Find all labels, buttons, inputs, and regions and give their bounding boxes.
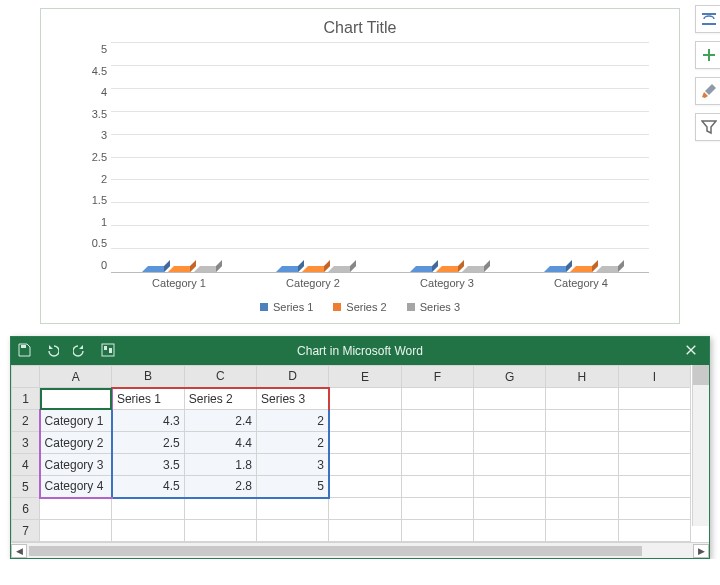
cell[interactable]: Category 2 xyxy=(40,432,112,454)
vertical-scrollbar[interactable] xyxy=(692,365,709,526)
horizontal-scrollbar[interactable]: ◀ ▶ xyxy=(11,542,709,558)
titlebar[interactable]: Chart in Microsoft Word xyxy=(11,337,709,365)
cell[interactable] xyxy=(546,454,618,476)
column-header[interactable]: I xyxy=(618,366,690,388)
row-header[interactable]: 3 xyxy=(12,432,40,454)
cell[interactable] xyxy=(40,388,112,410)
cell[interactable] xyxy=(473,454,545,476)
column-header[interactable]: C xyxy=(184,366,256,388)
cell[interactable]: 3.5 xyxy=(112,454,184,476)
row-header[interactable]: 7 xyxy=(12,520,40,542)
cell[interactable]: 5 xyxy=(257,476,329,498)
column-header[interactable]: E xyxy=(329,366,401,388)
save-icon[interactable] xyxy=(17,343,31,360)
cell[interactable]: 2 xyxy=(257,432,329,454)
cell[interactable] xyxy=(112,520,184,542)
cell[interactable] xyxy=(473,388,545,410)
column-header[interactable]: A xyxy=(40,366,112,388)
cell[interactable] xyxy=(329,454,401,476)
row-header[interactable]: 1 xyxy=(12,388,40,410)
spreadsheet-grid[interactable]: ABCDEFGHI1Series 1Series 2Series 32Categ… xyxy=(11,365,691,542)
column-header[interactable]: D xyxy=(257,366,329,388)
layout-options-button[interactable] xyxy=(695,5,720,33)
cell[interactable]: Series 3 xyxy=(257,388,329,410)
cell[interactable] xyxy=(473,520,545,542)
cell[interactable]: Category 1 xyxy=(40,410,112,432)
cell[interactable] xyxy=(473,476,545,498)
cell[interactable] xyxy=(618,410,690,432)
scroll-right-button[interactable]: ▶ xyxy=(693,544,709,558)
column-header[interactable]: B xyxy=(112,366,184,388)
legend-item[interactable]: Series 3 xyxy=(407,301,460,313)
cell[interactable]: 4.3 xyxy=(112,410,184,432)
cell[interactable] xyxy=(184,520,256,542)
cell[interactable]: 2.5 xyxy=(112,432,184,454)
cell[interactable] xyxy=(546,410,618,432)
column-header[interactable]: H xyxy=(546,366,618,388)
cell[interactable] xyxy=(473,498,545,520)
cell[interactable]: 1.8 xyxy=(184,454,256,476)
cell[interactable] xyxy=(112,498,184,520)
cell[interactable] xyxy=(401,388,473,410)
cell[interactable] xyxy=(184,498,256,520)
cell[interactable] xyxy=(40,520,112,542)
chart-filters-button[interactable] xyxy=(695,113,720,141)
row-header[interactable]: 6 xyxy=(12,498,40,520)
undo-icon[interactable] xyxy=(45,343,59,360)
cell[interactable] xyxy=(329,520,401,542)
cell[interactable] xyxy=(618,454,690,476)
chart-styles-button[interactable] xyxy=(695,77,720,105)
chart-container[interactable]: Chart Title 00.511.522.533.544.55 Catego… xyxy=(40,8,680,324)
chart-elements-button[interactable] xyxy=(695,41,720,69)
cell[interactable] xyxy=(546,498,618,520)
cell[interactable] xyxy=(546,432,618,454)
cell[interactable] xyxy=(329,388,401,410)
cell[interactable]: Category 4 xyxy=(40,476,112,498)
cell[interactable] xyxy=(618,388,690,410)
cell[interactable]: Series 1 xyxy=(112,388,184,410)
redo-icon[interactable] xyxy=(73,343,87,360)
column-header[interactable]: F xyxy=(401,366,473,388)
cell[interactable] xyxy=(546,520,618,542)
cell[interactable] xyxy=(473,410,545,432)
select-all-cell[interactable] xyxy=(12,366,40,388)
cell[interactable] xyxy=(329,498,401,520)
cell[interactable] xyxy=(401,520,473,542)
cell[interactable] xyxy=(401,476,473,498)
cell[interactable]: Category 3 xyxy=(40,454,112,476)
cell[interactable] xyxy=(546,476,618,498)
cell[interactable]: 3 xyxy=(257,454,329,476)
row-header[interactable]: 2 xyxy=(12,410,40,432)
cell[interactable] xyxy=(546,388,618,410)
cell[interactable] xyxy=(618,432,690,454)
legend-item[interactable]: Series 1 xyxy=(260,301,313,313)
cell[interactable]: 2 xyxy=(257,410,329,432)
row-header[interactable]: 4 xyxy=(12,454,40,476)
cell[interactable] xyxy=(473,432,545,454)
cell[interactable]: 4.5 xyxy=(112,476,184,498)
cell[interactable] xyxy=(329,432,401,454)
row-header[interactable]: 5 xyxy=(12,476,40,498)
cell[interactable] xyxy=(401,432,473,454)
cell[interactable] xyxy=(257,498,329,520)
cell[interactable] xyxy=(257,520,329,542)
cell[interactable]: 2.4 xyxy=(184,410,256,432)
cell[interactable] xyxy=(401,454,473,476)
column-header[interactable]: G xyxy=(473,366,545,388)
cell[interactable] xyxy=(401,498,473,520)
close-button[interactable] xyxy=(679,342,703,360)
cell[interactable]: Series 2 xyxy=(184,388,256,410)
cell[interactable] xyxy=(329,410,401,432)
cell[interactable] xyxy=(329,476,401,498)
scroll-left-button[interactable]: ◀ xyxy=(11,544,27,558)
cell[interactable]: 4.4 xyxy=(184,432,256,454)
cell[interactable] xyxy=(40,498,112,520)
legend-item[interactable]: Series 2 xyxy=(333,301,386,313)
cell[interactable] xyxy=(618,520,690,542)
cell[interactable] xyxy=(618,476,690,498)
chart-title[interactable]: Chart Title xyxy=(41,19,679,37)
cell[interactable]: 2.8 xyxy=(184,476,256,498)
edit-data-icon[interactable] xyxy=(101,343,115,360)
cell[interactable] xyxy=(401,410,473,432)
cell[interactable] xyxy=(618,498,690,520)
